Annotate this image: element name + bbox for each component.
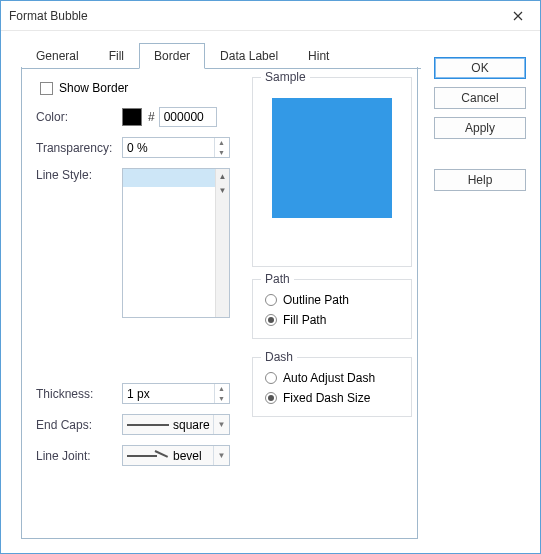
- line-style-row: Line Style: ▲ ▼: [36, 168, 236, 318]
- close-icon: [513, 11, 523, 21]
- border-lower-rows: Thickness: 1 px ▲▼ End Caps: square ▼ L: [36, 383, 246, 476]
- apply-button[interactable]: Apply: [434, 117, 526, 139]
- chevron-down-icon[interactable]: ▼: [213, 446, 229, 465]
- hash-symbol: #: [148, 110, 155, 124]
- tab-bar: General Fill Border Data Label Hint: [21, 43, 421, 69]
- line-joint-row: Line Joint: bevel ▼: [36, 445, 246, 466]
- chevron-down-icon[interactable]: ▼: [214, 394, 228, 404]
- chevron-down-icon[interactable]: ▼: [214, 148, 228, 158]
- path-group: Path Outline Path Fill Path: [252, 279, 412, 339]
- line-style-selected-item[interactable]: [123, 169, 229, 187]
- line-style-label: Line Style:: [36, 168, 122, 182]
- line-joint-label: Line Joint:: [36, 449, 122, 463]
- thickness-spinner[interactable]: 1 px ▲▼: [122, 383, 230, 404]
- border-form-column: Show Border Color: # Transparency: 0 % ▲…: [36, 81, 236, 328]
- spinner-arrows[interactable]: ▲▼: [214, 384, 228, 403]
- dialog-content: General Fill Border Data Label Hint OK C…: [1, 31, 540, 553]
- chevron-up-icon[interactable]: ▲: [214, 138, 228, 148]
- line-joint-value: bevel: [173, 449, 202, 463]
- end-caps-value: square: [173, 418, 210, 432]
- transparency-value: 0 %: [127, 141, 148, 155]
- transparency-label: Transparency:: [36, 141, 122, 155]
- listbox-scrollbar[interactable]: ▲ ▼: [215, 169, 229, 317]
- chevron-up-icon[interactable]: ▲: [214, 384, 228, 394]
- tab-panel-border: Show Border Color: # Transparency: 0 % ▲…: [21, 67, 418, 539]
- spinner-arrows[interactable]: ▲▼: [214, 138, 228, 157]
- dash-legend: Dash: [261, 350, 297, 364]
- tab-hint[interactable]: Hint: [293, 43, 344, 68]
- close-button[interactable]: [498, 2, 538, 30]
- ok-button[interactable]: OK: [434, 57, 526, 79]
- window-title: Format Bubble: [9, 9, 88, 23]
- radio-icon: [265, 392, 277, 404]
- fill-path-option[interactable]: Fill Path: [263, 310, 401, 330]
- radio-icon: [265, 372, 277, 384]
- fill-path-label: Fill Path: [283, 313, 326, 327]
- color-hex-input[interactable]: [159, 107, 217, 127]
- tab-border[interactable]: Border: [139, 43, 205, 69]
- help-button[interactable]: Help: [434, 169, 526, 191]
- chevron-up-icon[interactable]: ▲: [216, 169, 229, 183]
- tab-data-label[interactable]: Data Label: [205, 43, 293, 68]
- show-border-checkbox[interactable]: [40, 82, 53, 95]
- color-swatch[interactable]: [122, 108, 142, 126]
- path-legend: Path: [261, 272, 294, 286]
- color-row: Color: #: [36, 107, 236, 127]
- sample-preview: [272, 98, 392, 218]
- sample-group: Sample: [252, 77, 412, 267]
- end-caps-preview-icon: [127, 424, 169, 426]
- end-caps-label: End Caps:: [36, 418, 122, 432]
- end-caps-row: End Caps: square ▼: [36, 414, 246, 435]
- auto-adjust-dash-option[interactable]: Auto Adjust Dash: [263, 368, 401, 388]
- line-style-listbox[interactable]: ▲ ▼: [122, 168, 230, 318]
- line-joint-combo[interactable]: bevel ▼: [122, 445, 230, 466]
- outline-path-option[interactable]: Outline Path: [263, 290, 401, 310]
- outline-path-label: Outline Path: [283, 293, 349, 307]
- thickness-row: Thickness: 1 px ▲▼: [36, 383, 246, 404]
- radio-icon: [265, 294, 277, 306]
- dialog-window: Format Bubble General Fill Border Data L…: [0, 0, 541, 554]
- titlebar: Format Bubble: [1, 1, 540, 31]
- thickness-label: Thickness:: [36, 387, 122, 401]
- tab-fill[interactable]: Fill: [94, 43, 139, 68]
- tab-general[interactable]: General: [21, 43, 94, 68]
- show-border-label: Show Border: [59, 81, 128, 95]
- color-label: Color:: [36, 110, 122, 124]
- transparency-row: Transparency: 0 % ▲▼: [36, 137, 236, 158]
- radio-icon: [265, 314, 277, 326]
- dash-group: Dash Auto Adjust Dash Fixed Dash Size: [252, 357, 412, 417]
- show-border-row: Show Border: [40, 81, 236, 95]
- chevron-down-icon[interactable]: ▼: [216, 183, 229, 197]
- sample-legend: Sample: [261, 70, 310, 84]
- chevron-down-icon[interactable]: ▼: [213, 415, 229, 434]
- cancel-button[interactable]: Cancel: [434, 87, 526, 109]
- end-caps-combo[interactable]: square ▼: [122, 414, 230, 435]
- line-joint-preview-icon: [127, 451, 171, 460]
- dialog-buttons: OK Cancel Apply Help: [434, 57, 526, 191]
- transparency-spinner[interactable]: 0 % ▲▼: [122, 137, 230, 158]
- fixed-dash-size-label: Fixed Dash Size: [283, 391, 370, 405]
- auto-adjust-dash-label: Auto Adjust Dash: [283, 371, 375, 385]
- fixed-dash-size-option[interactable]: Fixed Dash Size: [263, 388, 401, 408]
- thickness-value: 1 px: [127, 387, 150, 401]
